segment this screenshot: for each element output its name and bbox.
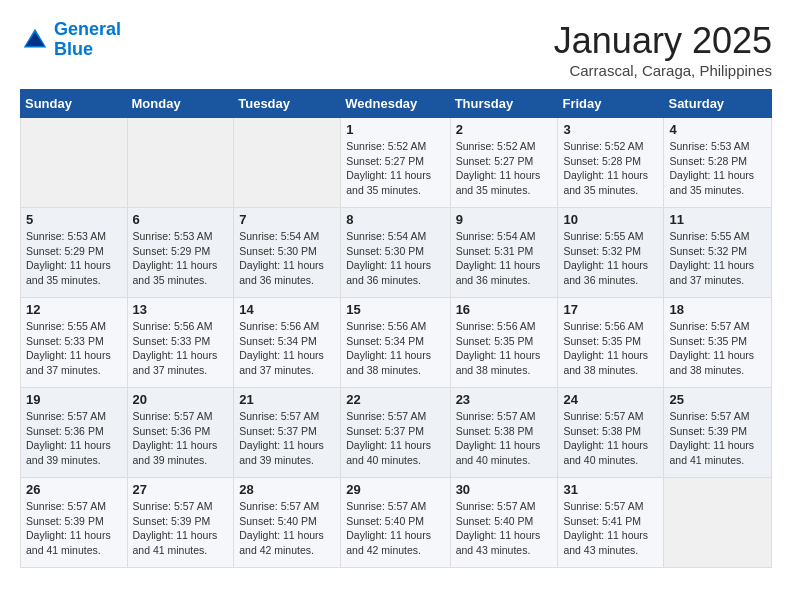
day-info: Sunrise: 5:57 AM Sunset: 5:40 PM Dayligh…: [239, 499, 335, 558]
day-info: Sunrise: 5:56 AM Sunset: 5:34 PM Dayligh…: [239, 319, 335, 378]
day-number: 9: [456, 212, 553, 227]
day-info: Sunrise: 5:57 AM Sunset: 5:41 PM Dayligh…: [563, 499, 658, 558]
calendar-day-cell: [21, 118, 128, 208]
calendar-day-cell: 9Sunrise: 5:54 AM Sunset: 5:31 PM Daylig…: [450, 208, 558, 298]
title-block: January 2025 Carrascal, Caraga, Philippi…: [554, 20, 772, 79]
calendar-table: SundayMondayTuesdayWednesdayThursdayFrid…: [20, 89, 772, 568]
day-info: Sunrise: 5:53 AM Sunset: 5:29 PM Dayligh…: [133, 229, 229, 288]
day-number: 23: [456, 392, 553, 407]
calendar-day-cell: 21Sunrise: 5:57 AM Sunset: 5:37 PM Dayli…: [234, 388, 341, 478]
calendar-day-cell: 11Sunrise: 5:55 AM Sunset: 5:32 PM Dayli…: [664, 208, 772, 298]
calendar-day-cell: 16Sunrise: 5:56 AM Sunset: 5:35 PM Dayli…: [450, 298, 558, 388]
day-info: Sunrise: 5:55 AM Sunset: 5:32 PM Dayligh…: [669, 229, 766, 288]
logo: General Blue: [20, 20, 121, 60]
calendar-day-cell: 2Sunrise: 5:52 AM Sunset: 5:27 PM Daylig…: [450, 118, 558, 208]
day-number: 24: [563, 392, 658, 407]
day-number: 25: [669, 392, 766, 407]
day-info: Sunrise: 5:52 AM Sunset: 5:28 PM Dayligh…: [563, 139, 658, 198]
page-header: General Blue January 2025 Carrascal, Car…: [20, 20, 772, 79]
day-info: Sunrise: 5:56 AM Sunset: 5:35 PM Dayligh…: [563, 319, 658, 378]
day-number: 26: [26, 482, 122, 497]
day-number: 21: [239, 392, 335, 407]
day-number: 12: [26, 302, 122, 317]
calendar-week-row: 12Sunrise: 5:55 AM Sunset: 5:33 PM Dayli…: [21, 298, 772, 388]
day-info: Sunrise: 5:53 AM Sunset: 5:29 PM Dayligh…: [26, 229, 122, 288]
day-number: 15: [346, 302, 444, 317]
day-number: 28: [239, 482, 335, 497]
calendar-day-cell: [127, 118, 234, 208]
calendar-day-cell: 24Sunrise: 5:57 AM Sunset: 5:38 PM Dayli…: [558, 388, 664, 478]
calendar-day-cell: 31Sunrise: 5:57 AM Sunset: 5:41 PM Dayli…: [558, 478, 664, 568]
month-title: January 2025: [554, 20, 772, 62]
weekday-header: Friday: [558, 90, 664, 118]
day-info: Sunrise: 5:57 AM Sunset: 5:35 PM Dayligh…: [669, 319, 766, 378]
logo-icon: [20, 25, 50, 55]
day-number: 7: [239, 212, 335, 227]
calendar-week-row: 1Sunrise: 5:52 AM Sunset: 5:27 PM Daylig…: [21, 118, 772, 208]
weekday-header: Sunday: [21, 90, 128, 118]
weekday-header: Tuesday: [234, 90, 341, 118]
day-number: 14: [239, 302, 335, 317]
day-info: Sunrise: 5:54 AM Sunset: 5:30 PM Dayligh…: [239, 229, 335, 288]
calendar-day-cell: 15Sunrise: 5:56 AM Sunset: 5:34 PM Dayli…: [341, 298, 450, 388]
day-info: Sunrise: 5:53 AM Sunset: 5:28 PM Dayligh…: [669, 139, 766, 198]
calendar-day-cell: 14Sunrise: 5:56 AM Sunset: 5:34 PM Dayli…: [234, 298, 341, 388]
day-number: 1: [346, 122, 444, 137]
day-number: 31: [563, 482, 658, 497]
calendar-day-cell: 17Sunrise: 5:56 AM Sunset: 5:35 PM Dayli…: [558, 298, 664, 388]
calendar-day-cell: 4Sunrise: 5:53 AM Sunset: 5:28 PM Daylig…: [664, 118, 772, 208]
day-info: Sunrise: 5:57 AM Sunset: 5:38 PM Dayligh…: [563, 409, 658, 468]
calendar-day-cell: 12Sunrise: 5:55 AM Sunset: 5:33 PM Dayli…: [21, 298, 128, 388]
day-number: 20: [133, 392, 229, 407]
day-number: 27: [133, 482, 229, 497]
calendar-day-cell: 29Sunrise: 5:57 AM Sunset: 5:40 PM Dayli…: [341, 478, 450, 568]
day-number: 3: [563, 122, 658, 137]
calendar-day-cell: 27Sunrise: 5:57 AM Sunset: 5:39 PM Dayli…: [127, 478, 234, 568]
day-number: 10: [563, 212, 658, 227]
weekday-header: Saturday: [664, 90, 772, 118]
day-number: 4: [669, 122, 766, 137]
day-info: Sunrise: 5:57 AM Sunset: 5:38 PM Dayligh…: [456, 409, 553, 468]
day-number: 11: [669, 212, 766, 227]
calendar-day-cell: 13Sunrise: 5:56 AM Sunset: 5:33 PM Dayli…: [127, 298, 234, 388]
calendar-day-cell: 7Sunrise: 5:54 AM Sunset: 5:30 PM Daylig…: [234, 208, 341, 298]
day-number: 5: [26, 212, 122, 227]
day-info: Sunrise: 5:56 AM Sunset: 5:35 PM Dayligh…: [456, 319, 553, 378]
calendar-day-cell: [234, 118, 341, 208]
day-info: Sunrise: 5:57 AM Sunset: 5:39 PM Dayligh…: [26, 499, 122, 558]
day-info: Sunrise: 5:57 AM Sunset: 5:40 PM Dayligh…: [346, 499, 444, 558]
calendar-day-cell: 25Sunrise: 5:57 AM Sunset: 5:39 PM Dayli…: [664, 388, 772, 478]
calendar-day-cell: 26Sunrise: 5:57 AM Sunset: 5:39 PM Dayli…: [21, 478, 128, 568]
calendar-day-cell: 10Sunrise: 5:55 AM Sunset: 5:32 PM Dayli…: [558, 208, 664, 298]
logo-text: General Blue: [54, 20, 121, 60]
calendar-week-row: 5Sunrise: 5:53 AM Sunset: 5:29 PM Daylig…: [21, 208, 772, 298]
day-info: Sunrise: 5:55 AM Sunset: 5:32 PM Dayligh…: [563, 229, 658, 288]
day-info: Sunrise: 5:57 AM Sunset: 5:36 PM Dayligh…: [26, 409, 122, 468]
calendar-day-cell: 30Sunrise: 5:57 AM Sunset: 5:40 PM Dayli…: [450, 478, 558, 568]
day-number: 29: [346, 482, 444, 497]
day-number: 18: [669, 302, 766, 317]
calendar-day-cell: 23Sunrise: 5:57 AM Sunset: 5:38 PM Dayli…: [450, 388, 558, 478]
day-info: Sunrise: 5:52 AM Sunset: 5:27 PM Dayligh…: [346, 139, 444, 198]
day-info: Sunrise: 5:57 AM Sunset: 5:37 PM Dayligh…: [239, 409, 335, 468]
day-info: Sunrise: 5:57 AM Sunset: 5:39 PM Dayligh…: [669, 409, 766, 468]
calendar-day-cell: 22Sunrise: 5:57 AM Sunset: 5:37 PM Dayli…: [341, 388, 450, 478]
day-number: 2: [456, 122, 553, 137]
day-number: 13: [133, 302, 229, 317]
calendar-day-cell: 8Sunrise: 5:54 AM Sunset: 5:30 PM Daylig…: [341, 208, 450, 298]
calendar-day-cell: 28Sunrise: 5:57 AM Sunset: 5:40 PM Dayli…: [234, 478, 341, 568]
weekday-header: Thursday: [450, 90, 558, 118]
day-info: Sunrise: 5:54 AM Sunset: 5:30 PM Dayligh…: [346, 229, 444, 288]
calendar-day-cell: 5Sunrise: 5:53 AM Sunset: 5:29 PM Daylig…: [21, 208, 128, 298]
calendar-day-cell: [664, 478, 772, 568]
day-info: Sunrise: 5:55 AM Sunset: 5:33 PM Dayligh…: [26, 319, 122, 378]
day-number: 16: [456, 302, 553, 317]
day-info: Sunrise: 5:56 AM Sunset: 5:33 PM Dayligh…: [133, 319, 229, 378]
day-number: 8: [346, 212, 444, 227]
calendar-week-row: 26Sunrise: 5:57 AM Sunset: 5:39 PM Dayli…: [21, 478, 772, 568]
day-info: Sunrise: 5:56 AM Sunset: 5:34 PM Dayligh…: [346, 319, 444, 378]
day-info: Sunrise: 5:57 AM Sunset: 5:36 PM Dayligh…: [133, 409, 229, 468]
weekday-header: Monday: [127, 90, 234, 118]
calendar-day-cell: 1Sunrise: 5:52 AM Sunset: 5:27 PM Daylig…: [341, 118, 450, 208]
calendar-day-cell: 20Sunrise: 5:57 AM Sunset: 5:36 PM Dayli…: [127, 388, 234, 478]
